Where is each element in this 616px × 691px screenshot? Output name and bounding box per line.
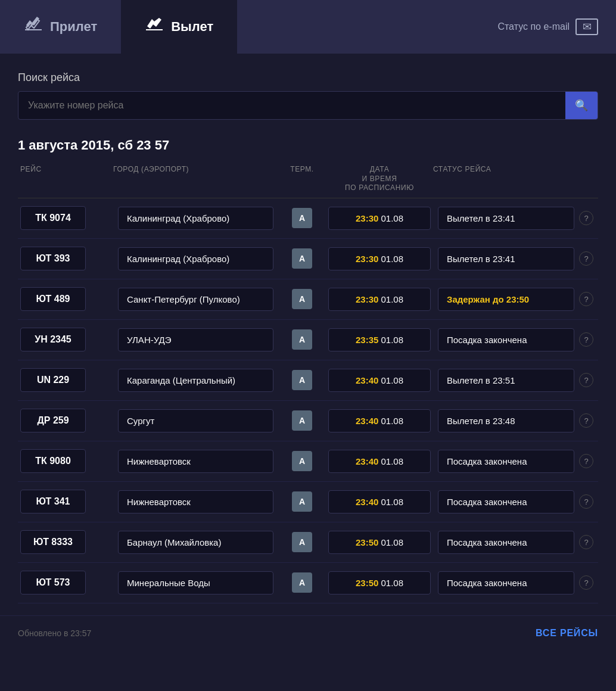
search-button[interactable]: 🔍: [565, 92, 598, 119]
footer: Обновлено в 23:57 ВСЕ РЕЙСЫ: [0, 615, 616, 650]
table-row[interactable]: ТК 9074 Калининград (Храброво) А 23:30 0…: [18, 198, 598, 239]
terminal-badge: А: [292, 248, 312, 269]
cell-flight-0: ТК 9074: [18, 204, 113, 232]
cell-flight-6: ТК 9080: [18, 447, 113, 475]
datetime-heading: 1 августа 2015, сб 23 57: [18, 138, 598, 153]
cell-city-8: Барнаул (Михайловка): [113, 528, 278, 556]
flight-status: Посадка закончена: [438, 531, 574, 554]
cell-terminal-0: А: [278, 206, 326, 231]
cell-status-2: Задержан до 23:50 ?: [433, 285, 598, 313]
terminal-badge: А: [292, 370, 312, 390]
flight-time: 23:40: [356, 456, 378, 466]
cell-city-2: Санкт-Петербург (Пулково): [113, 285, 278, 313]
cell-city-7: Нижневартовск: [113, 488, 278, 516]
status-email-label: Статус по e-mail: [497, 21, 570, 32]
cell-terminal-8: А: [278, 530, 326, 555]
flight-time: 23:50: [356, 578, 378, 588]
info-button[interactable]: ?: [579, 373, 593, 387]
cell-flight-2: ЮТ 489: [18, 285, 113, 313]
info-button[interactable]: ?: [579, 332, 593, 347]
cell-datetime-6: 23:40 01.08: [326, 447, 433, 475]
table-row[interactable]: ЮТ 489 Санкт-Петербург (Пулково) А 23:30…: [18, 279, 598, 320]
flight-status: Посадка закончена: [438, 328, 574, 351]
flight-status: Вылетел в 23:51: [438, 369, 574, 392]
tab-arrival[interactable]: Прилет: [0, 0, 121, 54]
cell-status-1: Вылетел в 23:41 ?: [433, 245, 598, 273]
flight-number: UN 229: [20, 368, 86, 392]
flight-datetime: 23:40 01.08: [328, 490, 431, 513]
terminal-badge: А: [292, 289, 312, 309]
table-row[interactable]: УН 2345 УЛАН-УДЭ А 23:35 01.08 Посадка з…: [18, 320, 598, 360]
header: Прилет Вылет Статус по e-mail ✉: [0, 0, 616, 54]
city-name: Минеральные Воды: [118, 571, 273, 594]
table-row[interactable]: ДР 259 Сургут А 23:40 01.08 Вылетел в 23…: [18, 401, 598, 441]
info-button[interactable]: ?: [579, 211, 593, 225]
flight-time: 23:40: [356, 375, 378, 385]
flight-number: ЮТ 393: [20, 247, 86, 270]
flight-number: ЮТ 341: [20, 490, 86, 513]
col-header-flight: РЕЙС: [18, 165, 113, 193]
flight-number: ЮТ 8333: [20, 530, 86, 554]
flight-status: Вылетел в 23:41: [438, 247, 574, 270]
table-row[interactable]: ЮТ 573 Минеральные Воды А 23:50 01.08 По…: [18, 563, 598, 603]
flight-number: УН 2345: [20, 328, 86, 351]
terminal-badge: А: [292, 208, 312, 228]
flight-status: Задержан до 23:50: [438, 288, 574, 311]
cell-city-1: Калининград (Храброво): [113, 245, 278, 273]
cell-datetime-9: 23:50 01.08: [326, 569, 433, 597]
flight-number: ЮТ 489: [20, 287, 86, 311]
flight-datetime: 23:40 01.08: [328, 450, 431, 473]
tab-departure[interactable]: Вылет: [121, 0, 237, 54]
table-row[interactable]: UN 229 Караганда (Центральный) А 23:40 0…: [18, 360, 598, 401]
flight-status: Посадка закончена: [438, 571, 574, 594]
table-row[interactable]: ЮТ 341 Нижневартовск А 23:40 01.08 Посад…: [18, 482, 598, 522]
search-icon: 🔍: [575, 99, 588, 112]
cell-city-9: Минеральные Воды: [113, 569, 278, 597]
info-button[interactable]: ?: [579, 575, 593, 590]
cell-terminal-1: А: [278, 246, 326, 271]
terminal-badge: А: [292, 451, 312, 471]
flight-datetime: 23:50 01.08: [328, 531, 431, 554]
info-button[interactable]: ?: [579, 413, 593, 428]
flight-status: Вылетел в 23:41: [438, 207, 574, 230]
cell-status-6: Посадка закончена ?: [433, 447, 598, 475]
flight-status: Посадка закончена: [438, 490, 574, 513]
flight-status: Посадка закончена: [438, 450, 574, 473]
info-button[interactable]: ?: [579, 535, 593, 549]
table-header: РЕЙС ГОРОД (АЭРОПОРТ) ТЕРМ. ДАТА И ВРЕМЯ…: [18, 163, 598, 198]
city-name: Сургут: [118, 409, 273, 432]
cell-terminal-3: А: [278, 327, 326, 352]
info-button[interactable]: ?: [579, 494, 593, 509]
search-input[interactable]: [18, 92, 565, 119]
flight-number: ЮТ 573: [20, 571, 86, 594]
status-email-button[interactable]: Статус по e-mail ✉: [497, 18, 598, 35]
info-button[interactable]: ?: [579, 454, 593, 468]
flight-datetime: 23:30 01.08: [328, 288, 431, 311]
col-header-city: ГОРОД (АЭРОПОРТ): [113, 165, 278, 193]
flight-number: ДР 259: [20, 409, 86, 432]
flight-time: 23:30: [356, 254, 378, 264]
info-button[interactable]: ?: [579, 251, 593, 266]
cell-status-0: Вылетел в 23:41 ?: [433, 204, 598, 232]
all-flights-link[interactable]: ВСЕ РЕЙСЫ: [536, 628, 598, 639]
info-button[interactable]: ?: [579, 292, 593, 306]
tab-departure-label: Вылет: [171, 19, 213, 35]
cell-datetime-4: 23:40 01.08: [326, 366, 433, 394]
city-name: Барнаул (Михайловка): [118, 531, 273, 554]
departure-icon: [145, 17, 164, 38]
table-row[interactable]: ТК 9080 Нижневартовск А 23:40 01.08 Поса…: [18, 441, 598, 482]
table-row[interactable]: ЮТ 8333 Барнаул (Михайловка) А 23:50 01.…: [18, 522, 598, 563]
flight-time: 23:35: [356, 335, 378, 345]
flight-datetime: 23:40 01.08: [328, 409, 431, 432]
cell-terminal-5: А: [278, 408, 326, 433]
cell-flight-7: ЮТ 341: [18, 487, 113, 516]
cell-terminal-6: А: [278, 449, 326, 474]
col-header-datetime: ДАТА И ВРЕМЯ по расписанию: [326, 165, 433, 193]
flight-time: 23:50: [356, 537, 378, 547]
flight-datetime: 23:30 01.08: [328, 247, 431, 270]
cell-datetime-2: 23:30 01.08: [326, 285, 433, 313]
cell-datetime-1: 23:30 01.08: [326, 245, 433, 273]
terminal-badge: А: [292, 572, 312, 593]
table-row[interactable]: ЮТ 393 Калининград (Храброво) А 23:30 01…: [18, 239, 598, 279]
cell-status-5: Вылетел в 23:48 ?: [433, 407, 598, 435]
